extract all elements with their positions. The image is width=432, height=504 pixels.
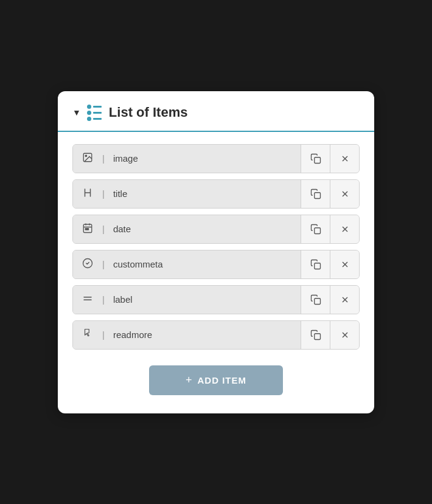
item-separator: | bbox=[102, 259, 105, 269]
image-icon bbox=[82, 152, 94, 165]
copy-icon bbox=[310, 188, 321, 199]
close-icon bbox=[340, 330, 350, 340]
item-actions-image bbox=[301, 145, 359, 173]
copy-button-title[interactable] bbox=[301, 180, 330, 208]
close-icon bbox=[340, 154, 350, 164]
svg-rect-18 bbox=[314, 263, 320, 269]
copy-icon bbox=[310, 330, 321, 340]
delete-button-title[interactable] bbox=[330, 180, 359, 208]
pointer-icon bbox=[82, 328, 94, 342]
lines-icon bbox=[82, 293, 94, 306]
item-actions-date bbox=[301, 215, 359, 243]
heading-icon bbox=[82, 187, 94, 201]
copy-icon bbox=[310, 224, 321, 235]
item-label-custommeta: custommeta bbox=[113, 259, 163, 269]
list-icon bbox=[87, 105, 102, 121]
item-main-readmore: | readmore bbox=[73, 321, 301, 349]
check-circle-icon bbox=[82, 258, 94, 271]
copy-button-image[interactable] bbox=[301, 145, 330, 173]
item-label-image: image bbox=[113, 153, 138, 164]
item-main-title: | title bbox=[73, 180, 301, 208]
item-separator: | bbox=[102, 153, 105, 164]
card-header: ▼ List of Items bbox=[58, 91, 374, 132]
svg-rect-12 bbox=[85, 228, 86, 229]
list-item: | image bbox=[72, 144, 360, 173]
item-actions-readmore bbox=[301, 321, 359, 349]
copy-icon bbox=[310, 294, 321, 305]
delete-button-date[interactable] bbox=[330, 215, 359, 243]
item-actions-custommeta bbox=[301, 250, 359, 278]
item-main-custommeta: | custommeta bbox=[73, 250, 301, 278]
item-label-readmore: readmore bbox=[113, 330, 152, 340]
list-item: | date bbox=[72, 215, 360, 244]
item-separator: | bbox=[102, 224, 105, 234]
delete-button-custommeta[interactable] bbox=[330, 250, 359, 278]
svg-point-1 bbox=[85, 155, 86, 156]
delete-button-label[interactable] bbox=[330, 286, 359, 314]
add-item-label: ADD ITEM bbox=[198, 375, 247, 385]
item-main-label: | label bbox=[73, 286, 301, 314]
plus-icon: + bbox=[186, 374, 193, 387]
copy-button-label[interactable] bbox=[301, 286, 330, 314]
delete-button-readmore[interactable] bbox=[330, 321, 359, 349]
delete-button-image[interactable] bbox=[330, 145, 359, 173]
list-item: | label bbox=[72, 285, 360, 314]
items-list: | image bbox=[58, 132, 374, 359]
main-card: ▼ List of Items bbox=[58, 91, 374, 413]
svg-rect-14 bbox=[314, 227, 320, 233]
svg-rect-23 bbox=[314, 298, 320, 304]
item-label-title: title bbox=[113, 188, 127, 199]
copy-button-date[interactable] bbox=[301, 215, 330, 243]
copy-button-readmore[interactable] bbox=[301, 321, 330, 349]
list-item: | custommeta bbox=[72, 250, 360, 279]
copy-icon bbox=[310, 153, 321, 164]
close-icon bbox=[340, 260, 350, 269]
svg-rect-5 bbox=[314, 192, 320, 198]
item-actions-label bbox=[301, 286, 359, 314]
svg-rect-13 bbox=[87, 228, 88, 229]
item-separator: | bbox=[102, 330, 105, 340]
chevron-down-icon[interactable]: ▼ bbox=[72, 108, 81, 117]
close-icon bbox=[340, 224, 350, 234]
close-icon bbox=[340, 295, 350, 305]
svg-rect-26 bbox=[314, 333, 320, 339]
list-item: | readmore bbox=[72, 320, 360, 350]
list-item: | title bbox=[72, 179, 360, 209]
close-icon bbox=[340, 189, 350, 199]
item-separator: | bbox=[102, 188, 105, 199]
add-item-button[interactable]: + ADD ITEM bbox=[149, 365, 283, 395]
copy-icon bbox=[310, 259, 321, 270]
item-label-date: date bbox=[113, 224, 131, 234]
item-main-date: | date bbox=[73, 215, 301, 243]
item-actions-title bbox=[301, 180, 359, 208]
page-title: List of Items bbox=[109, 105, 188, 120]
calendar-icon bbox=[82, 223, 94, 236]
svg-rect-2 bbox=[314, 157, 320, 163]
item-separator: | bbox=[102, 294, 105, 305]
copy-button-custommeta[interactable] bbox=[301, 250, 330, 278]
item-label-label: label bbox=[113, 294, 133, 305]
item-main-image: | image bbox=[73, 145, 301, 173]
